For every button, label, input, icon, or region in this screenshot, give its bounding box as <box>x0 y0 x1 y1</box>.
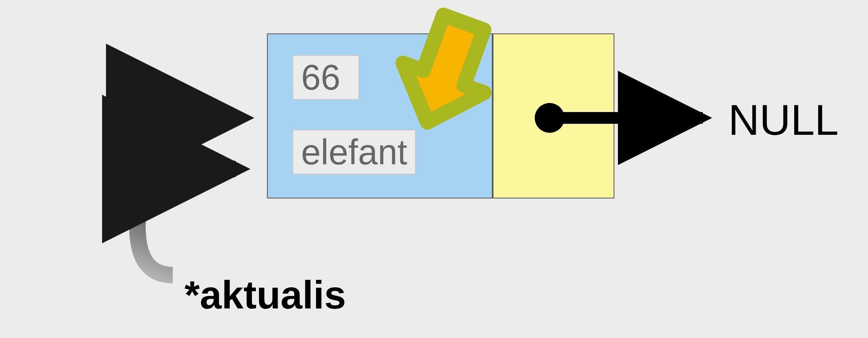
node-field-2: elefant <box>292 130 416 175</box>
null-label: NULL <box>728 98 839 141</box>
node-next-cell <box>493 33 614 198</box>
node-field-1: 66 <box>292 55 359 100</box>
current-pointer-label: *aktualis <box>185 275 346 314</box>
linked-list-diagram: 66 elefant NULL *aktualis <box>0 0 868 338</box>
current-pointer-arrow <box>137 169 236 275</box>
